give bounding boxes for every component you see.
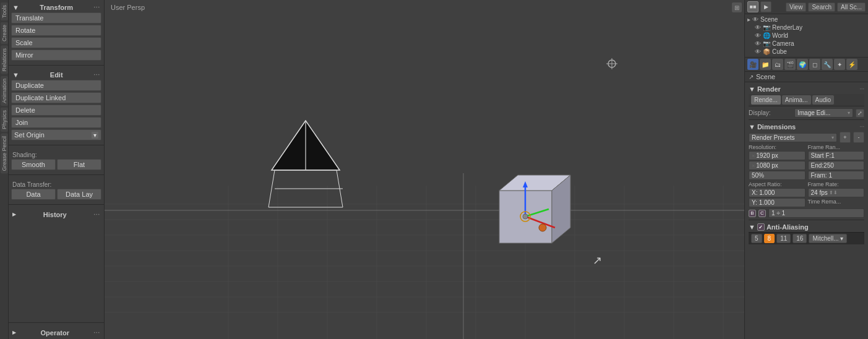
resolution-frame-row: Resolution: × 1920 px × 1080 px 50% Fram… [749, 144, 864, 180]
start-f-field[interactable]: Start F:1 [808, 151, 865, 160]
frame-range-label: Frame Ran... [808, 144, 865, 150]
scale-button[interactable]: Scale [11, 37, 101, 48]
c-checkbox[interactable]: C [758, 210, 766, 217]
render-tab-render[interactable]: Rende... [751, 95, 781, 105]
dimensions-header[interactable]: ▼ Dimensions ··· [749, 122, 864, 132]
aa-num-5[interactable]: 5 [751, 234, 762, 243]
renderlayer-eye-icon[interactable]: 👁 [755, 24, 761, 31]
edit-options-icon: ··· [93, 72, 100, 78]
frame-field[interactable]: Fram: 1 [808, 171, 865, 180]
render-preview-icon[interactable]: ▶ [760, 1, 771, 12]
render-collapse-icon: ▼ [749, 85, 755, 93]
presets-add-icon[interactable]: + [840, 132, 851, 143]
edit-triangle-icon: ▼ [12, 71, 19, 79]
render-layer-item[interactable]: 👁 📷 RenderLay [747, 24, 866, 32]
display-expand-icon[interactable]: ⤢ [856, 109, 864, 118]
multiplier-field[interactable]: 1 ÷ 1 [768, 208, 864, 218]
render-tabs: Rende... Anima... Audio [749, 94, 864, 106]
edit-title: Edit [50, 71, 63, 79]
display-arrow-icon: ▾ [848, 110, 850, 116]
search-button[interactable]: Search [808, 2, 835, 12]
tab-relations[interactable]: Relations [1, 46, 8, 74]
display-dropdown[interactable]: Image Edi... ▾ [794, 108, 853, 118]
aa-num-8[interactable]: 8 [764, 234, 775, 243]
operator-options-icon: ··· [93, 330, 100, 336]
data-button[interactable]: Data [11, 189, 56, 200]
render-tab-audio[interactable]: Audio [812, 95, 835, 105]
cube-eye-icon[interactable]: 👁 [755, 48, 761, 55]
x-ratio-field[interactable]: X: 1.000 [749, 188, 806, 197]
outliner-mode-icon[interactable]: ■■ [747, 1, 758, 12]
delete-button[interactable]: Delete [11, 105, 101, 116]
translate-button[interactable]: Translate [11, 12, 101, 24]
cube-item[interactable]: 👁 📦 Cube [747, 48, 866, 56]
particles-icon[interactable]: ✦ [834, 59, 845, 70]
shading-section: Shading: Smooth Flat [9, 147, 104, 173]
mirror-button[interactable]: Mirror [11, 49, 101, 61]
history-section-header[interactable]: ▸ History ··· [11, 209, 101, 220]
presets-remove-icon[interactable]: - [853, 132, 864, 143]
rotate-button[interactable]: Rotate [11, 25, 101, 36]
view-button[interactable]: View [786, 2, 807, 12]
scene-item[interactable]: ▸ 👁 Scene [747, 15, 866, 24]
b-checkbox[interactable]: B [749, 210, 756, 217]
renderlayer-icon: 📷 [763, 24, 770, 31]
render-tab-animation[interactable]: Anima... [782, 95, 811, 105]
scene-props-icon[interactable]: 🎬 [784, 59, 796, 70]
world-props-icon[interactable]: 🌍 [797, 59, 808, 70]
operator-section-header[interactable]: ▸ Operator ··· [11, 327, 101, 338]
set-origin-arrow-icon: ▾ [92, 132, 98, 139]
render-section-header[interactable]: ▼ Render ··· [749, 84, 864, 94]
world-item[interactable]: 👁 🌐 World [747, 32, 866, 40]
camera-item[interactable]: 👁 📷 Camera [747, 40, 866, 48]
mitchell-dropdown[interactable]: Mitchell... ▾ [809, 234, 847, 243]
camera-eye-icon[interactable]: 👁 [755, 40, 761, 47]
world-eye-icon[interactable]: 👁 [755, 32, 761, 39]
res-pct-field[interactable]: 50% [749, 171, 806, 180]
physics-icon[interactable]: ⚡ [846, 59, 857, 70]
transform-section-header[interactable]: ▼ Transform ··· [11, 2, 101, 12]
cursor-indicator: ↗ [593, 254, 602, 267]
data-lay-button[interactable]: Data Lay [57, 189, 101, 200]
viewport[interactable]: User Persp ⊞ [105, 0, 744, 339]
aa-num-16[interactable]: 16 [793, 234, 807, 243]
frame-range-col: Frame Ran... Start F:1 End:250 Fram: 1 [808, 144, 865, 180]
y-ratio-field[interactable]: Y: 1.000 [749, 198, 806, 207]
flat-button[interactable]: Flat [57, 159, 101, 170]
duplicate-button[interactable]: Duplicate [11, 80, 101, 91]
anti-aliasing-header[interactable]: ▼ ✓ Anti-Aliasing [749, 222, 864, 232]
aa-collapse-icon: ▼ [749, 223, 755, 231]
res-x-field[interactable]: × 1920 px [749, 151, 806, 160]
res-y-field[interactable]: × 1080 px [749, 161, 806, 170]
renderlayer-label: RenderLay [772, 24, 802, 31]
output-props-icon[interactable]: 📁 [760, 59, 771, 70]
tab-physics[interactable]: Physics [1, 108, 8, 132]
aa-num-11[interactable]: 11 [776, 234, 791, 243]
tab-animation[interactable]: Animation [1, 76, 8, 106]
end-f-field[interactable]: End:250 [808, 161, 865, 170]
tab-grease-pencil[interactable]: Grease Pencil [1, 134, 8, 174]
object-props-icon[interactable]: ◻ [809, 59, 820, 70]
tab-tools[interactable]: Tools [1, 2, 8, 20]
view-layer-icon[interactable]: 🗂 [772, 59, 783, 70]
render-presets-dropdown[interactable]: Render Presets ▾ [749, 133, 837, 142]
fps-field[interactable]: 24 fps ⬆⬇ [808, 188, 865, 197]
time-remaining-label: Time Rema... [808, 199, 865, 205]
smooth-button[interactable]: Smooth [11, 159, 56, 170]
aa-checkbox[interactable]: ✓ [757, 223, 765, 231]
modifier-icon[interactable]: 🔧 [822, 59, 833, 70]
tab-create[interactable]: Create [1, 22, 8, 44]
edit-section: ▼ Edit ··· Duplicate Duplicate Linked De… [9, 67, 104, 143]
framerate-label: Frame Rate: [808, 181, 865, 187]
edit-section-header[interactable]: ▼ Edit ··· [11, 70, 101, 80]
dimensions-collapse-icon: ▼ [749, 123, 755, 131]
render-props-icon[interactable]: 🎥 [747, 59, 758, 70]
duplicate-linked-button[interactable]: Duplicate Linked [11, 92, 101, 103]
scene-eye-icon[interactable]: 👁 [752, 16, 758, 23]
join-button[interactable]: Join [11, 117, 101, 128]
set-origin-button[interactable]: Set Origin ▾ [11, 129, 101, 140]
dimensions-title: Dimensions [757, 123, 796, 131]
dimensions-dots-icon: ··· [859, 124, 864, 130]
right-panel: ■■ ▶ View Search All Sc... ▸ 👁 Scene 👁 📷… [744, 0, 868, 339]
all-sc-button[interactable]: All Sc... [837, 2, 866, 12]
